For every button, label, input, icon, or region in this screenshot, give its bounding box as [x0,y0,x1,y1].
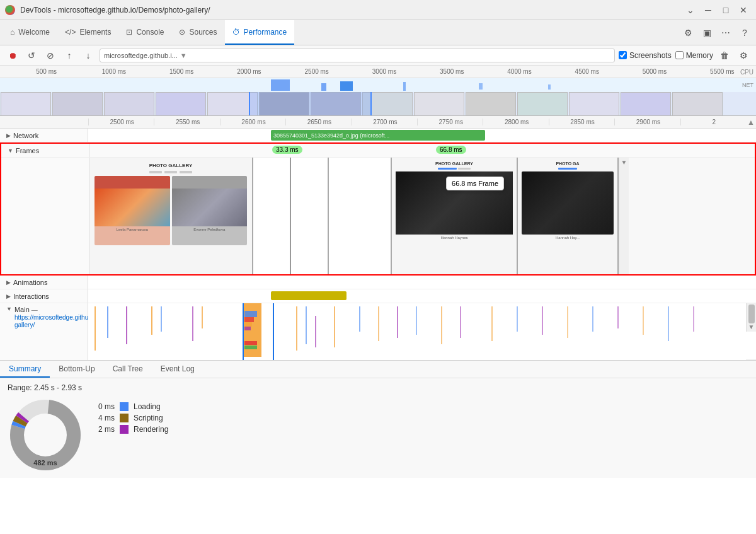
performance-icon: ⏱ [232,28,240,37]
upload-button[interactable]: ↑ [62,48,77,63]
network-label: Network [13,132,38,139]
tooltip-text: 66.8 ms Frame [452,180,498,187]
cpu-graph: NET [0,78,756,92]
main-thread-scrollbar: ▼ [746,303,756,332]
legend-rendering-label: Rendering [134,425,168,434]
tab-performance[interactable]: ⏱ Performance [225,20,295,45]
minimize-button[interactable]: ─ [701,3,716,18]
tab-call-tree[interactable]: Call Tree [104,361,152,378]
screenshots-label: Screenshots [629,51,672,60]
frames-scroll-arrow[interactable]: ▼ [619,158,629,274]
photo-1-top [94,176,170,189]
screenshot-thumb [104,92,154,116]
svg-rect-29 [460,306,461,338]
tab-summary[interactable]: Summary [0,361,50,378]
highlight-region [249,92,372,116]
network-expand-arrow[interactable]: ▶ [6,132,11,139]
screenshots-checkbox-label: Screenshots [619,51,672,60]
memory-checkbox[interactable] [675,51,684,59]
dock-icon-btn[interactable]: ▣ [698,24,716,42]
zoomed-mark-6: 2800 ms [483,119,548,125]
donut-total-label: 482 ms [33,459,57,467]
stop-button[interactable]: ⊘ [43,48,58,63]
animations-track-content [88,276,746,289]
title-bar-text: DevTools - microsoftedge.github.io/Demos… [20,6,678,15]
legend-loading-label: Loading [134,402,161,411]
interactions-expand-arrow[interactable]: ▶ [6,293,11,299]
screenshot-thumb [414,92,464,116]
frame-2 [253,158,329,274]
ruler-mark-0: 500 ms [13,68,80,75]
svg-rect-12 [202,306,203,328]
animations-expand-arrow[interactable]: ▶ [6,279,11,286]
cpu-label: CPU [740,68,753,75]
frames-strip: PHOTO GALLERY Leela Panamaruva [1,158,755,274]
selection-line-2 [273,303,274,360]
main-thread-label: ▼ Main — https://microsoftedge.github.io… [0,303,88,360]
tab-console[interactable]: ⊡ Console [118,20,171,45]
tab-elements[interactable]: </> Elements [57,20,118,45]
main-thread-row: ▼ Main — https://microsoftedge.github.io… [0,303,756,360]
tab-sources[interactable]: ⊙ Sources [171,20,224,45]
legend-area: 0 ms Loading 4 ms Scripting 2 ms Renderi… [96,397,168,473]
frame-4-nav [396,168,513,170]
clear-button[interactable]: 🗑 [717,48,732,63]
devtools-icon [5,5,15,15]
zoomed-mark-9: 2 [680,119,746,125]
screenshot-thumb [52,92,103,116]
bottom-tab-bar: Summary Bottom-Up Call Tree Event Log [0,361,756,378]
zoomed-timeline: 2500 ms 2550 ms 2600 ms 2650 ms 2700 ms … [0,116,756,360]
photo-2-label: Evonne Peledkova [172,226,248,233]
reload-button[interactable]: ↺ [24,48,39,63]
frame-tooltip: 66.8 ms Frame [446,177,504,190]
zoomed-mark-7: 2850 ms [549,119,614,125]
title-bar: DevTools - microsoftedge.github.io/Demos… [0,0,756,20]
memory-checkbox-label: Memory [675,51,713,60]
scroll-up-arrow[interactable]: ▲ [746,118,756,127]
main-thread-content [88,303,746,360]
maximize-button[interactable]: □ [718,3,733,18]
minimize-button[interactable]: ⌄ [683,3,698,18]
photo-1: Leela Panamaruva [94,176,170,245]
sources-icon: ⊙ [179,28,185,37]
legend-item-rendering: 2 ms Rendering [96,425,168,434]
tab-welcome[interactable]: ⌂ Welcome [3,20,57,45]
svg-rect-14 [244,311,257,317]
close-button[interactable]: ✕ [736,3,751,18]
tab-icons: ⚙ ▣ ⋯ ? [679,20,753,45]
svg-rect-3 [403,82,406,91]
frame-badge-2: 66.8 ms [436,146,466,154]
summary-content: 482 ms 0 ms Loading 4 ms Scripting [8,397,748,473]
settings-button[interactable]: ⚙ [736,48,751,63]
frame-1-nav [94,171,247,173]
home-icon: ⌂ [10,28,14,37]
zoomed-mark-0: 2500 ms [88,119,154,125]
more-icon-btn[interactable]: ⋯ [717,24,735,42]
ruler-mark-8: 4500 ms [553,68,621,75]
svg-rect-24 [359,306,360,332]
screenshots-checkbox[interactable] [619,51,627,59]
record-button[interactable]: ⏺ [5,48,20,63]
tab-console-label: Console [136,28,164,37]
bottom-tabs: Summary Bottom-Up Call Tree Event Log Ra… [0,360,756,478]
legend-loading-ms: 0 ms [96,402,115,411]
settings-icon-btn[interactable]: ⚙ [679,24,697,42]
main-thread-expand-arrow[interactable]: ▼ [6,306,12,312]
svg-rect-1 [321,83,326,91]
selection-line [243,303,244,360]
legend-rendering-ms: 2 ms [96,425,115,434]
screenshot-thumb [672,92,723,116]
frame-4-label: Hannah Haynes [396,236,513,240]
help-icon-btn[interactable]: ? [736,24,753,42]
frames-expand-arrow[interactable]: ▼ [8,148,13,154]
svg-rect-4 [479,83,483,90]
interactions-track-content [88,289,746,303]
summary-area: Range: 2.45 s - 2.93 s 482 [0,378,756,478]
photo-1-label: Leela Panamaruva [94,226,170,233]
tab-bottom-up[interactable]: Bottom-Up [50,361,103,378]
tab-event-log[interactable]: Event Log [152,361,203,378]
tab-welcome-label: Welcome [18,28,50,37]
svg-rect-30 [491,306,493,341]
frame-5-content: PHOTO GA Hannah Hay... [518,158,617,274]
download-button[interactable]: ↓ [81,48,96,63]
